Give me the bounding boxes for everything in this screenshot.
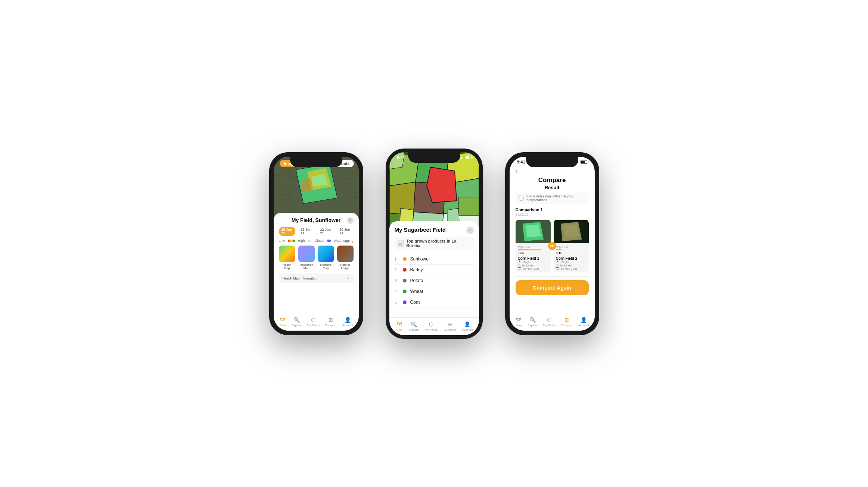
phone1-date-row: 20 Jun 21 15 Jun 21 12 Jun 21 10 Jun 21: [279, 227, 354, 236]
card1-ndvi-value: 0.65: [518, 251, 548, 255]
phone-2: 9:41 ▲: [386, 149, 483, 339]
nav-account-2[interactable]: 👤 Account: [462, 321, 473, 331]
phone2-explore-icon: 🔍: [410, 321, 417, 327]
nav-myfields-3[interactable]: ⬡ My Fields: [543, 317, 556, 327]
phone3-page-title: Compare: [516, 177, 589, 184]
phone2-close-button[interactable]: ×: [466, 227, 474, 234]
phone1-close-button[interactable]: ×: [347, 217, 354, 224]
health-map-label-1: Health: [279, 263, 295, 266]
crop-name-3: Wheat: [410, 289, 423, 294]
phone3-content: ‹ Compare Result i Image dates may influ…: [510, 166, 595, 298]
phone2-notch: [408, 152, 460, 163]
crop-num-4: 5: [395, 300, 399, 305]
compare-icon: ⊞: [327, 317, 335, 323]
vs-badge: VS: [548, 242, 556, 250]
nav-map-2[interactable]: 🗺 Map: [395, 321, 403, 331]
natural-map-label-1: Natural: [337, 263, 354, 266]
phone-3: 9:41 ▲ ‹: [505, 152, 599, 335]
nav-compare-label-3: Compare: [561, 324, 573, 327]
health-map-thumb[interactable]: Health Map: [279, 246, 295, 270]
phone1-field-title: My Field, Sunflower: [279, 217, 354, 223]
phone3-info-text: Image dates may influence your interpret…: [526, 194, 586, 202]
phone3-result-title: Result: [516, 185, 589, 190]
info-icon: i: [519, 196, 524, 201]
crop-num-0: 1: [395, 257, 399, 261]
nav-explore-1[interactable]: 🔍 Explore: [292, 317, 302, 327]
phone1-legend: Low High Cloud Waterlogging: [279, 239, 354, 243]
crop-name-2: Potato: [410, 278, 423, 283]
nav-explore-3[interactable]: 🔍 Explore: [528, 317, 538, 327]
map-icon: 🗺: [279, 317, 286, 323]
inspection-map-img: [298, 246, 315, 262]
nav-account-3[interactable]: 👤 Account: [578, 317, 589, 327]
nav-compare-2[interactable]: ⊞ Compare: [444, 321, 456, 331]
card1-area: ⬡ 28.85 Ha: [518, 264, 548, 267]
nav-compare-3[interactable]: ⊞ Compare: [561, 317, 573, 327]
natural-map-label-2: Image: [337, 266, 354, 270]
legend-cloud: [308, 240, 312, 242]
phone2-compare-icon: ⊞: [446, 321, 454, 327]
crop-name-1: Barley: [410, 267, 423, 272]
compare-again-button[interactable]: Compare Again: [516, 280, 589, 295]
phone1-info-text: Health Map Informatio...: [283, 277, 318, 280]
location-icon: 📍: [518, 260, 522, 264]
date-tag-2[interactable]: 12 Jun 21: [318, 227, 334, 236]
nav-myfields-2[interactable]: ⬡ My Fields: [425, 321, 438, 331]
card1-ndvi-label: Avg. NDVI: [518, 246, 548, 248]
phone3-map-icon: 🗺: [515, 317, 522, 323]
nav-explore-2[interactable]: 🔍 Explore: [409, 321, 419, 331]
natural-map-img: [337, 246, 354, 262]
inspection-map-thumb[interactable]: Inspection Map: [298, 246, 315, 270]
crop-item-2: 3 Potato: [395, 275, 474, 286]
chevron-down-icon: ▼: [346, 277, 350, 280]
crop-dot-1: [403, 268, 407, 272]
legend-cloud-label: Cloud: [315, 239, 324, 243]
inspection-map-label-1: Inspection: [298, 263, 315, 266]
chart-icon: 📊: [398, 240, 404, 247]
nav-explore-label-3: Explore: [528, 324, 538, 327]
nav-account-1[interactable]: 👤 Account: [342, 317, 353, 327]
phone2-bottom-sheet: My Sugarbeet Field × 📊 Top grown product…: [389, 221, 479, 320]
natural-image-thumb[interactable]: Natural Image: [337, 246, 354, 270]
nav-account-label-1: Account: [342, 324, 353, 327]
comp-card-2-img: [554, 219, 589, 244]
date-icon-1: 📅: [518, 267, 522, 271]
phone1-bottom-sheet: My Field, Sunflower × 20 Jun 21 15 Jun 2…: [274, 213, 359, 316]
crop-num-3: 4: [395, 289, 399, 294]
moisture-map-thumb[interactable]: Moisture Map: [318, 246, 334, 270]
crop-dot-2: [403, 279, 407, 282]
date-tag-1[interactable]: 15 Jun 21: [298, 227, 315, 236]
legend-water: [327, 240, 331, 242]
moisture-map-img: [318, 246, 334, 262]
phone2-map-icon: 🗺: [395, 321, 403, 327]
phone1-notch: [290, 157, 342, 167]
back-button[interactable]: ‹: [516, 166, 589, 177]
comparison-date: 24.02.22: [516, 213, 589, 216]
nav-map-1[interactable]: 🗺 Map: [279, 317, 286, 327]
card2-field-name: Corn Field 2: [556, 256, 587, 260]
nav-compare-label-1: Compare: [325, 324, 337, 327]
nav-explore-label-2: Explore: [409, 328, 419, 331]
phone-1: 9:41 ▲: [269, 152, 363, 335]
nav-account-label-3: Account: [578, 324, 589, 327]
phone1-info-row[interactable]: Health Map Informatio... ▼: [279, 274, 354, 283]
legend-low: Low: [279, 239, 285, 243]
crop-name-0: Sunflower: [410, 256, 430, 262]
area-icon: ⬡: [518, 264, 520, 267]
grown-products-header: 📊 Top grown products in La Bureba: [395, 237, 474, 250]
phone2-battery-icon: [465, 156, 472, 159]
crop-dot-3: [403, 290, 407, 293]
nav-map-3[interactable]: 🗺 Map: [515, 317, 522, 327]
nav-compare-1[interactable]: ⊞ Compare: [325, 317, 337, 327]
phone2-time: 9:41: [397, 155, 405, 160]
nav-myfields-1[interactable]: ⬡ My Fields: [307, 317, 320, 327]
card2-location: 📍 Mugla: [556, 260, 587, 264]
comparison-cards: VS Avg. N: [516, 219, 589, 272]
date-tag-3[interactable]: 10 Jun 21: [337, 227, 354, 236]
phone1-bottom-nav: 🗺 Map 🔍 Explore ⬡ My Fields ⊞ Compare 👤: [274, 313, 359, 331]
moisture-map-label-2: Map: [318, 266, 334, 270]
explore-icon: 🔍: [293, 317, 301, 323]
inspection-map-label-2: Map: [298, 266, 315, 270]
date-tag-0[interactable]: 20 Jun 21: [279, 227, 295, 236]
phone3-account-icon: 👤: [580, 317, 587, 323]
